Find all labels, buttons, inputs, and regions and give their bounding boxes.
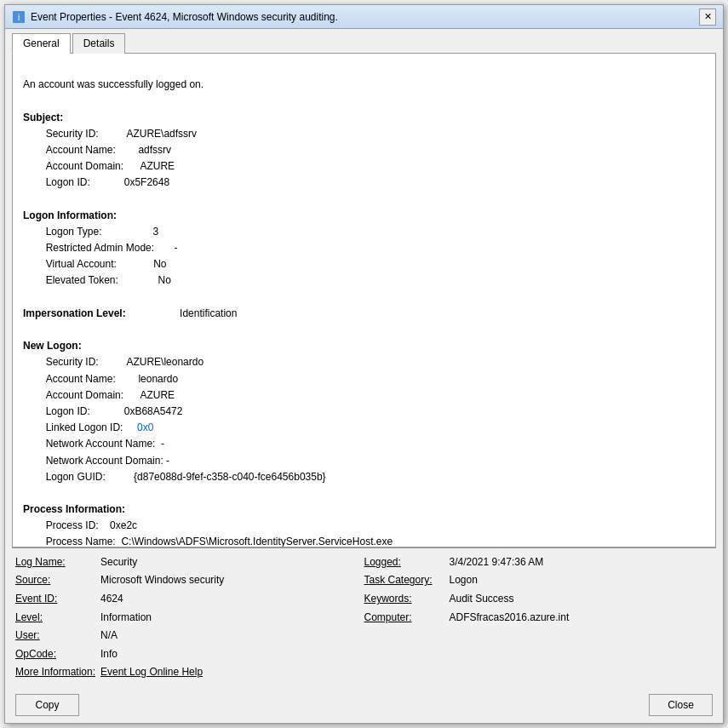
title-bar-text: Event Properties - Event 4624, Microsoft… (31, 11, 699, 23)
meta-row-opcode: OpCode: Info (15, 645, 364, 664)
meta-label-level: Level: (15, 609, 100, 628)
field-value: No (153, 258, 166, 270)
meta-value-user: N/A (100, 627, 364, 645)
meta-value-level: Information (100, 609, 364, 628)
process-info-heading: Process Information: (23, 503, 125, 515)
field-label: Logon ID: (46, 405, 90, 417)
tab-bar: General Details (5, 29, 723, 53)
field-value: {d87e088d-9fef-c358-c040-fce6456b035b} (134, 471, 326, 483)
field-value: adfssrv (138, 144, 171, 156)
field-label: Account Name: (46, 373, 116, 385)
field-label: Linked Logon ID: (46, 421, 123, 433)
field-value: 0x5F2648 (124, 176, 169, 188)
meta-row-eventid: Event ID: 4624 (15, 590, 364, 609)
field-label: Logon ID: (46, 176, 90, 188)
field-label: Network Account Domain: (46, 455, 163, 467)
meta-label-eventid: Event ID: (15, 590, 100, 609)
linked-logon-value: 0x0 (137, 421, 153, 433)
field-label: Account Domain: (46, 160, 123, 172)
impersonation-heading: Impersonation Level: (23, 307, 180, 319)
copy-button[interactable]: Copy (15, 694, 79, 716)
svg-text:i: i (18, 13, 20, 22)
field-value: - (161, 438, 164, 450)
meta-row-level: Level: Information (15, 609, 364, 628)
field-value: - (166, 455, 169, 467)
field-value: No (158, 274, 171, 286)
field-label: Logon Type: (46, 226, 102, 238)
field-value: 0xe2c (110, 519, 137, 531)
meta-value-logged: 3/4/2021 9:47:36 AM (450, 553, 714, 572)
close-button[interactable]: Close (649, 694, 713, 716)
title-bar: i Event Properties - Event 4624, Microso… (5, 5, 723, 29)
meta-value-keywords: Audit Success (450, 590, 714, 609)
event-text-area[interactable]: An account was successfully logged on. S… (13, 54, 715, 547)
meta-label-moreinfo: More Information: (15, 663, 100, 682)
field-label: Process Name: (46, 536, 116, 546)
impersonation-value: Identification (180, 307, 237, 319)
field-label: Security ID: (46, 356, 99, 368)
field-label: Virtual Account: (46, 258, 117, 270)
meta-row-logname: Log Name: Security (15, 553, 364, 572)
logon-info-heading: Logon Information: (23, 209, 117, 221)
content-area: An account was successfully logged on. S… (12, 53, 716, 547)
close-icon[interactable]: ✕ (699, 9, 716, 26)
new-logon-heading: New Logon: (23, 340, 82, 352)
field-value: AZURE (140, 389, 175, 401)
meta-right: Logged: 3/4/2021 9:47:36 AM Task Categor… (364, 553, 714, 682)
subject-heading: Subject: (23, 112, 63, 123)
tab-general[interactable]: General (12, 33, 71, 54)
field-value: leonardo (138, 373, 178, 385)
meta-label-logged: Logged: (364, 553, 450, 572)
meta-row-logged: Logged: 3/4/2021 9:47:36 AM (364, 553, 714, 572)
meta-value-opcode: Info (100, 645, 364, 664)
meta-row-keywords: Keywords: Audit Success (364, 590, 714, 609)
scroll-wrapper: An account was successfully logged on. S… (13, 54, 715, 547)
meta-value-taskcategory: Logon (450, 571, 714, 590)
field-label: Logon GUID: (46, 471, 106, 483)
meta-value-computer: ADFSfracas2016.azure.int (450, 609, 714, 628)
meta-label-source: Source: (15, 571, 100, 590)
window-icon: i (12, 10, 26, 24)
meta-row-moreinfo: More Information: Event Log Online Help (15, 663, 364, 682)
meta-label-keywords: Keywords: (364, 590, 450, 609)
field-label: Restricted Admin Mode: (46, 242, 154, 254)
event-properties-window: i Event Properties - Event 4624, Microso… (4, 4, 724, 724)
field-value: 0xB68A5472 (124, 405, 183, 417)
field-label: Account Domain: (46, 389, 123, 401)
meta-value-source: Microsoft Windows security (100, 571, 364, 590)
field-label: Elevated Token: (46, 274, 118, 286)
meta-value-eventid: 4624 (100, 590, 364, 609)
meta-value-moreinfo[interactable]: Event Log Online Help (100, 663, 364, 682)
field-label: Account Name: (46, 144, 116, 156)
intro-text: An account was successfully logged on. (23, 78, 203, 90)
meta-grid: Log Name: Security Source: Microsoft Win… (15, 553, 713, 682)
field-label: Network Account Name: (46, 438, 156, 450)
meta-label-opcode: OpCode: (15, 645, 100, 664)
field-value: AZURE\leonardo (126, 356, 203, 368)
footer: Copy Close (5, 687, 723, 723)
meta-row-taskcategory: Task Category: Logon (364, 571, 714, 590)
meta-label-computer: Computer: (364, 609, 450, 628)
meta-left: Log Name: Security Source: Microsoft Win… (15, 553, 364, 682)
meta-row-source: Source: Microsoft Windows security (15, 571, 364, 590)
meta-value-logname: Security (100, 553, 364, 572)
tab-details[interactable]: Details (72, 33, 126, 54)
field-value: AZURE\adfssrv (126, 128, 197, 140)
field-value: AZURE (140, 160, 175, 172)
meta-row-computer: Computer: ADFSfracas2016.azure.int (364, 609, 714, 628)
field-label: Process ID: (46, 519, 99, 531)
field-value: - (174, 242, 177, 254)
meta-section: Log Name: Security Source: Microsoft Win… (5, 548, 723, 687)
field-value: C:\Windows\ADFS\Microsoft.IdentityServer… (121, 536, 393, 546)
meta-label-taskcategory: Task Category: (364, 571, 450, 590)
field-value: 3 (153, 226, 159, 238)
meta-label-user: User: (15, 627, 100, 645)
field-label: Security ID: (46, 128, 99, 140)
meta-row-user: User: N/A (15, 627, 364, 645)
meta-label-logname: Log Name: (15, 553, 100, 572)
